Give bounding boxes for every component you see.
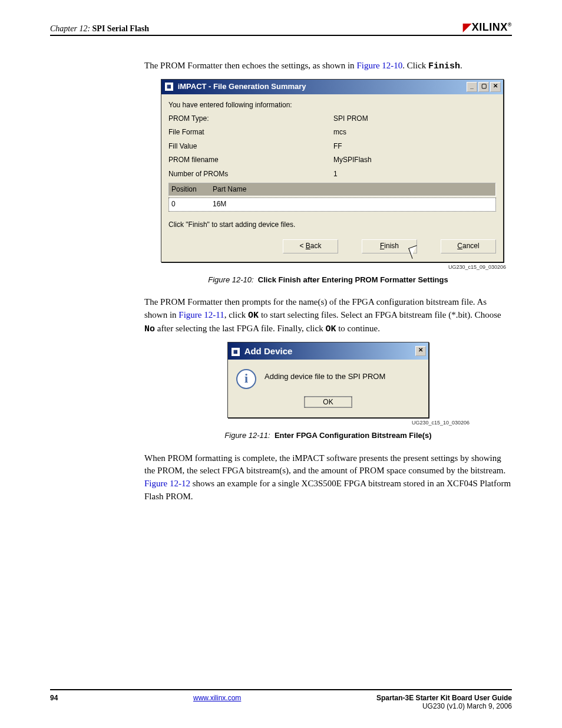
file-format-label: File Format bbox=[168, 127, 333, 137]
fill-value-label: Fill Value bbox=[168, 141, 333, 151]
cancel-button[interactable]: Cancel bbox=[441, 239, 496, 253]
chapter-label: Chapter 12: bbox=[50, 24, 90, 33]
finish-hint: Click "Finish" to start adding device fi… bbox=[168, 220, 496, 230]
paragraph-3: When PROM formatting is complete, the iM… bbox=[144, 452, 512, 503]
figure-id-1: UG230_c15_09_030206 bbox=[161, 263, 506, 271]
info-icon: i bbox=[236, 369, 256, 389]
figure-id-2: UG230_c15_10_030206 bbox=[187, 419, 470, 427]
prom-filename-label: PROM filename bbox=[168, 155, 333, 165]
page-number: 94 bbox=[50, 694, 58, 710]
footer-url[interactable]: www.xilinx.com bbox=[193, 694, 241, 710]
guide-version: UG230 (v1.0) March 9, 2006 bbox=[376, 702, 512, 710]
paragraph-1: The PROM Formatter then echoes the setti… bbox=[144, 60, 512, 73]
prom-table-row[interactable]: 0 16M bbox=[168, 197, 496, 211]
intro-text: You have entered following information: bbox=[168, 100, 292, 110]
app-icon: ▦ bbox=[165, 83, 173, 91]
num-proms-value: 1 bbox=[333, 169, 338, 179]
th-position: Position bbox=[171, 185, 213, 195]
td-position: 0 bbox=[171, 199, 213, 209]
back-button[interactable]: < Back bbox=[283, 239, 338, 253]
close-button[interactable]: ✕ bbox=[415, 346, 426, 356]
app-icon: ▦ bbox=[232, 348, 240, 356]
td-part-name: 16M bbox=[213, 199, 226, 209]
dialog-title: Add Device bbox=[244, 346, 293, 356]
section-title: SPI Serial Flash bbox=[92, 24, 149, 33]
minimize-button[interactable]: _ bbox=[467, 82, 477, 92]
page-footer: 94 www.xilinx.com Spartan-3E Starter Kit… bbox=[50, 689, 512, 710]
link-figure-12-11[interactable]: Figure 12-11 bbox=[178, 310, 224, 319]
link-figure-12-12[interactable]: Figure 12-12 bbox=[144, 479, 190, 488]
figure-caption-1: Figure 12-10: Click Finish after Enterin… bbox=[144, 275, 512, 286]
finish-button[interactable]: Finish bbox=[362, 239, 417, 253]
prom-type-value: SPI PROM bbox=[333, 114, 368, 124]
prom-filename-value: MySPIFlash bbox=[333, 155, 372, 165]
link-figure-12-10[interactable]: Figure 12-10 bbox=[356, 61, 402, 70]
prom-table-header: Position Part Name bbox=[168, 183, 496, 196]
figure-caption-2: Figure 12-11: Enter FPGA Configuration B… bbox=[144, 430, 512, 442]
close-button[interactable]: ✕ bbox=[490, 82, 501, 92]
num-proms-label: Number of PROMs bbox=[168, 169, 333, 179]
breadcrumb: Chapter 12: SPI Serial Flash bbox=[50, 24, 149, 34]
maximize-button[interactable]: ▢ bbox=[478, 82, 489, 92]
impact-file-generation-dialog: ▦ iMPACT - File Generation Summary _ ▢ ✕… bbox=[161, 79, 504, 262]
th-part-name: Part Name bbox=[213, 185, 246, 195]
prom-type-label: PROM Type: bbox=[168, 114, 333, 124]
paragraph-2: The PROM Formatter then prompts for the … bbox=[144, 296, 512, 335]
file-format-value: mcs bbox=[333, 127, 346, 137]
guide-title: Spartan-3E Starter Kit Board User Guide bbox=[376, 694, 512, 702]
ok-button[interactable]: OK bbox=[305, 397, 351, 407]
message-text: Adding device file to the SPI PROM bbox=[265, 369, 385, 383]
dialog-titlebar[interactable]: ▦ Add Device ✕ bbox=[228, 342, 428, 360]
page-header: Chapter 12: SPI Serial Flash ◤XILINX® bbox=[50, 21, 512, 36]
xilinx-logo: ◤XILINX® bbox=[463, 21, 512, 34]
dialog-title: iMPACT - File Generation Summary bbox=[178, 82, 306, 91]
fill-value-value: FF bbox=[333, 141, 342, 151]
add-device-dialog: ▦ Add Device ✕ i Adding device file to t… bbox=[227, 342, 429, 418]
dialog-titlebar[interactable]: ▦ iMPACT - File Generation Summary _ ▢ ✕ bbox=[161, 80, 503, 94]
